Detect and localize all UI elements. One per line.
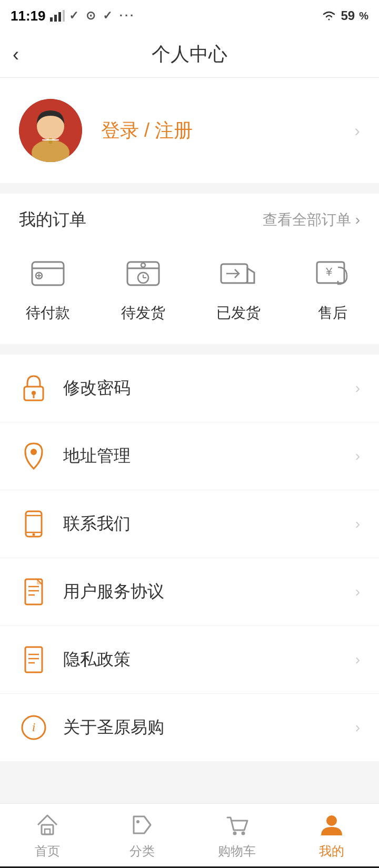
svg-rect-13	[127, 262, 159, 285]
menu-item-about[interactable]: i 关于圣原易购 ›	[0, 694, 379, 761]
page-title: 个人中心	[152, 42, 227, 67]
svg-point-43	[136, 820, 139, 823]
shipped-label: 已发货	[216, 303, 261, 323]
svg-point-24	[32, 391, 36, 395]
svg-rect-8	[49, 138, 52, 144]
change-password-chevron: ›	[355, 380, 360, 397]
cart-nav-icon	[223, 811, 251, 839]
pending-payment-label: 待付款	[26, 303, 70, 323]
svg-rect-0	[50, 17, 53, 22]
address-label: 地址管理	[63, 445, 355, 468]
pending-payment-icon	[27, 253, 69, 295]
phone-icon	[19, 509, 48, 539]
nav-item-cart[interactable]: 购物车	[190, 806, 284, 865]
menu-item-terms[interactable]: 用户服务协议 ›	[0, 558, 379, 626]
shipped-icon	[217, 253, 260, 295]
wifi-icon	[321, 10, 337, 22]
orders-header: 我的订单 查看全部订单 ›	[0, 194, 379, 242]
category-nav-icon	[128, 811, 156, 839]
status-right: 59 %	[321, 8, 369, 23]
pending-ship-icon	[122, 253, 164, 295]
document-icon	[19, 577, 48, 607]
privacy-chevron: ›	[355, 651, 360, 668]
order-item-pending-ship[interactable]: 待发货	[121, 253, 165, 323]
svg-point-45	[242, 831, 245, 835]
pending-ship-label: 待发货	[121, 303, 165, 323]
menu-item-address[interactable]: 地址管理 ›	[0, 422, 379, 490]
menu-section: 修改密码 › 地址管理 › 联系我们 ›	[0, 355, 379, 761]
status-bar: 11:19 ✓ ⊙ ✓ ··· 59 %	[0, 0, 379, 32]
view-all-orders-button[interactable]: 查看全部订单 ›	[263, 210, 360, 230]
svg-point-26	[31, 449, 37, 455]
view-all-chevron-icon: ›	[355, 211, 360, 228]
status-time: 11:19	[11, 8, 46, 24]
status-left: 11:19 ✓ ⊙ ✓ ···	[11, 8, 135, 24]
aftersale-label: 售后	[318, 303, 347, 323]
change-password-label: 修改密码	[63, 377, 355, 400]
orders-grid: 待付款 待发货	[0, 242, 379, 344]
svg-point-30	[33, 533, 35, 536]
address-chevron: ›	[355, 448, 360, 465]
avatar-svg	[19, 99, 82, 162]
battery-level: 59	[341, 8, 355, 23]
contact-chevron: ›	[355, 516, 360, 532]
orders-section: 我的订单 查看全部订单 › 待付款	[0, 194, 379, 344]
terms-chevron: ›	[355, 583, 360, 600]
mine-nav-label: 我的	[319, 843, 344, 860]
home-nav-icon	[34, 811, 61, 839]
about-chevron: ›	[355, 719, 360, 736]
svg-rect-35	[25, 647, 42, 672]
profile-section: 登录 / 注册 ›	[0, 78, 379, 183]
bottom-nav: 首页 分类 购物车 我的	[0, 803, 379, 866]
svg-rect-3	[63, 10, 65, 22]
avatar	[19, 99, 82, 162]
cart-nav-label: 购物车	[218, 843, 256, 860]
signal-icon	[50, 10, 65, 22]
lock-icon	[19, 374, 48, 403]
svg-rect-1	[54, 15, 57, 22]
location-icon	[19, 441, 48, 471]
spacer	[0, 772, 379, 803]
menu-item-privacy[interactable]: 隐私政策 ›	[0, 626, 379, 694]
contact-label: 联系我们	[63, 512, 355, 536]
orders-title: 我的订单	[19, 208, 86, 231]
header: ‹ 个人中心	[0, 32, 379, 78]
extra-icons: ✓ ⊙ ✓ ···	[69, 9, 136, 23]
privacy-label: 隐私政策	[63, 648, 355, 671]
home-nav-label: 首页	[35, 843, 60, 860]
svg-point-14	[141, 263, 145, 267]
order-item-aftersale[interactable]: ¥ 售后	[312, 253, 354, 323]
svg-text:i: i	[32, 720, 36, 734]
info-icon: i	[19, 713, 48, 742]
svg-rect-2	[58, 12, 61, 22]
menu-item-change-password[interactable]: 修改密码 ›	[0, 355, 379, 422]
category-nav-label: 分类	[129, 843, 155, 860]
order-item-shipped[interactable]: 已发货	[216, 253, 261, 323]
svg-point-46	[326, 815, 337, 826]
about-label: 关于圣原易购	[63, 716, 355, 739]
aftersale-icon: ¥	[312, 253, 354, 295]
svg-point-44	[233, 831, 237, 835]
privacy-icon	[19, 645, 48, 674]
nav-item-mine[interactable]: 我的	[284, 806, 379, 865]
mine-nav-icon	[318, 811, 345, 839]
nav-item-home[interactable]: 首页	[0, 806, 95, 865]
profile-chevron-icon: ›	[354, 121, 360, 140]
login-register-link[interactable]: 登录 / 注册	[101, 118, 354, 144]
order-item-pending-payment[interactable]: 待付款	[26, 253, 70, 323]
svg-text:¥: ¥	[325, 265, 332, 278]
back-button[interactable]: ‹	[13, 44, 19, 66]
nav-item-category[interactable]: 分类	[95, 806, 190, 865]
terms-label: 用户服务协议	[63, 580, 355, 603]
menu-item-contact[interactable]: 联系我们 ›	[0, 490, 379, 558]
